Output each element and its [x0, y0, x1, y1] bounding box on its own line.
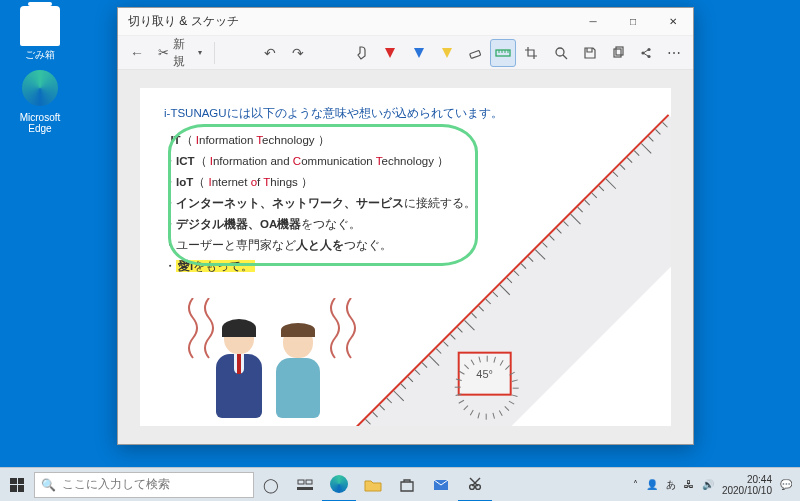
- search-icon: 🔍: [41, 478, 56, 492]
- svg-rect-9: [616, 47, 623, 55]
- copy-button[interactable]: [605, 39, 631, 67]
- clock-time: 20:44: [722, 474, 772, 485]
- tray-people-icon[interactable]: 👤: [646, 479, 658, 490]
- cortana-button[interactable]: ◯: [254, 468, 288, 502]
- ruler-button[interactable]: [490, 39, 516, 67]
- svg-line-14: [644, 53, 648, 56]
- svg-line-7: [563, 55, 567, 59]
- zoom-button[interactable]: [548, 39, 574, 67]
- svg-rect-15: [298, 480, 304, 484]
- snip-sketch-window: 切り取り & スケッチ ─ □ ✕ ← ✂ 新規 ▾ ↶ ↷: [117, 7, 694, 445]
- svg-point-6: [556, 48, 564, 56]
- close-button[interactable]: ✕: [653, 8, 693, 36]
- recycle-bin-label: ごみ箱: [10, 48, 70, 62]
- highlighter-button[interactable]: [434, 39, 460, 67]
- taskbar-mail[interactable]: [424, 468, 458, 502]
- edge-shortcut[interactable]: Microsoft Edge: [10, 70, 70, 134]
- start-button[interactable]: [0, 468, 34, 502]
- person-man-icon: [216, 322, 262, 418]
- tray-volume-icon[interactable]: 🔊: [702, 479, 714, 490]
- redo-button[interactable]: ↷: [285, 39, 311, 67]
- pen-blue-button[interactable]: [406, 39, 432, 67]
- people-illustration: [200, 298, 360, 418]
- snip-image: i-TSUNAGUには以下のような意味や想いが込められています。 IT（ Inf…: [140, 88, 671, 426]
- taskbar: 🔍 ここに入力して検索 ◯ ˄ 👤 あ 🖧 🔊 20:44 2020/10/10…: [0, 467, 800, 501]
- ruler-angle-indicator: 45°: [458, 352, 512, 396]
- taskbar-search[interactable]: 🔍 ここに入力して検索: [34, 472, 254, 498]
- titlebar[interactable]: 切り取り & スケッチ ─ □ ✕: [118, 8, 693, 36]
- system-tray: ˄ 👤 あ 🖧 🔊 20:44 2020/10/10 💬: [633, 474, 800, 496]
- undo-button[interactable]: ↶: [257, 39, 283, 67]
- toolbar: ← ✂ 新規 ▾ ↶ ↷: [118, 36, 693, 70]
- wave-right2-icon: [340, 298, 362, 368]
- minimize-button[interactable]: ─: [573, 8, 613, 36]
- canvas-area[interactable]: i-TSUNAGUには以下のような意味や想いが込められています。 IT（ Inf…: [118, 70, 693, 444]
- taskbar-explorer[interactable]: [356, 468, 390, 502]
- tray-network-icon[interactable]: 🖧: [684, 479, 694, 490]
- recycle-bin[interactable]: ごみ箱: [10, 6, 70, 62]
- share-button[interactable]: [633, 39, 659, 67]
- svg-line-13: [644, 50, 648, 53]
- new-button[interactable]: ✂ 新規 ▾: [152, 39, 208, 67]
- svg-rect-8: [614, 49, 621, 57]
- svg-rect-16: [306, 480, 312, 484]
- eraser-button[interactable]: [462, 39, 488, 67]
- more-button[interactable]: ⋯: [661, 39, 687, 67]
- app-title: 切り取り & スケッチ: [128, 13, 239, 30]
- tray-chevron-icon[interactable]: ˄: [633, 479, 638, 490]
- edge-label: Microsoft Edge: [10, 112, 70, 134]
- clock-date: 2020/10/10: [722, 485, 772, 496]
- maximize-button[interactable]: □: [613, 8, 653, 36]
- taskbar-store[interactable]: [390, 468, 424, 502]
- taskbar-snip-sketch[interactable]: [458, 468, 492, 502]
- pen-red-button[interactable]: [377, 39, 403, 67]
- doc-heading: i-TSUNAGUには以下のような意味や想いが込められています。: [164, 106, 647, 121]
- search-placeholder: ここに入力して検索: [62, 476, 170, 493]
- taskbar-clock[interactable]: 20:44 2020/10/10: [722, 474, 772, 496]
- touch-write-button[interactable]: [349, 39, 375, 67]
- person-woman-icon: [276, 326, 320, 418]
- tray-ime-icon[interactable]: あ: [666, 478, 676, 492]
- taskbar-edge[interactable]: [322, 468, 356, 502]
- notification-button[interactable]: 💬: [780, 479, 792, 490]
- svg-rect-17: [297, 487, 313, 490]
- save-button[interactable]: [576, 39, 602, 67]
- svg-rect-0: [469, 50, 480, 58]
- back-button[interactable]: ←: [124, 39, 150, 67]
- new-label: 新規: [173, 36, 194, 70]
- green-annotation-circle: [168, 124, 478, 266]
- crop-button[interactable]: [518, 39, 544, 67]
- task-view-button[interactable]: [288, 468, 322, 502]
